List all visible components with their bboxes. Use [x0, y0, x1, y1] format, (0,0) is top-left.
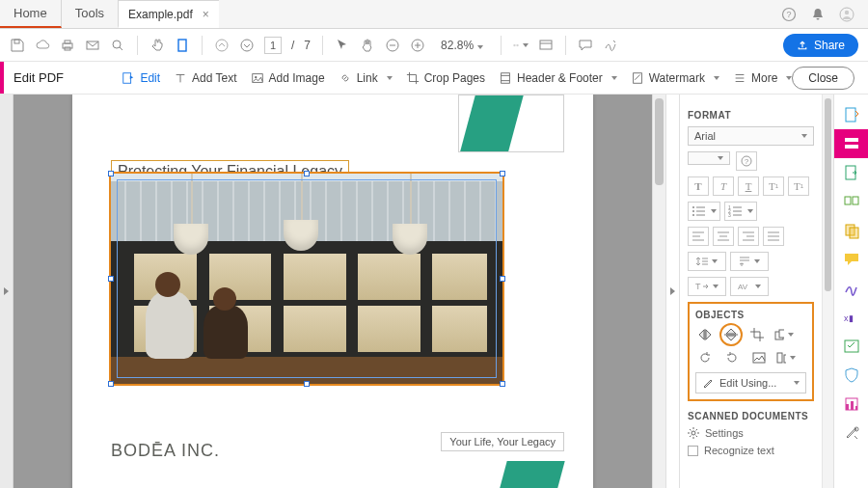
rotate-ccw-icon[interactable] — [695, 349, 715, 366]
rotate-cw-icon[interactable] — [722, 349, 742, 366]
close-tab-icon[interactable]: × — [203, 8, 209, 21]
rail-create-pdf-icon[interactable] — [834, 100, 869, 129]
cloud-icon[interactable] — [35, 38, 50, 53]
edit-using-dropdown[interactable]: Edit Using... — [695, 372, 806, 393]
rail-fill-sign-icon[interactable] — [834, 274, 869, 303]
rail-comment-icon[interactable] — [834, 245, 869, 274]
replace-image-icon[interactable] — [749, 349, 769, 366]
superscript-button[interactable]: T1 — [763, 176, 784, 196]
selected-image[interactable] — [109, 172, 504, 386]
objects-section-title: OBJECTS — [695, 310, 806, 320]
align-left-button[interactable] — [688, 227, 709, 246]
svg-point-11 — [216, 40, 228, 51]
font-size-dropdown[interactable] — [688, 151, 730, 165]
document-canvas[interactable]: Protecting Your Financial Legacy — [14, 95, 652, 488]
line-spacing-dropdown[interactable] — [688, 252, 726, 271]
company-name[interactable]: BODĒA INC. — [111, 441, 220, 461]
horizontal-scale-dropdown[interactable]: T — [688, 277, 726, 296]
page-current-input[interactable]: 1 — [264, 37, 282, 54]
rail-prepare-form-icon[interactable] — [834, 332, 869, 361]
sign-icon[interactable] — [603, 38, 618, 53]
close-button[interactable]: Close — [792, 67, 854, 90]
search-icon[interactable] — [110, 38, 125, 53]
tab-tools[interactable]: Tools — [62, 0, 119, 28]
canvas-scrollbar[interactable] — [652, 95, 665, 488]
subscript-button[interactable]: T1 — [788, 176, 809, 196]
main-toolbar: 1 / 7 82.8% Share — [0, 29, 868, 62]
rail-combine-icon[interactable] — [834, 216, 869, 245]
settings-row[interactable]: Settings — [688, 427, 814, 439]
profile-icon[interactable] — [839, 7, 854, 22]
help-icon[interactable]: ? — [781, 7, 797, 22]
mail-icon[interactable] — [85, 38, 100, 53]
number-list-button[interactable]: 123 — [724, 202, 757, 221]
fit-width-icon[interactable] — [513, 38, 529, 53]
right-panel-toggle[interactable] — [665, 95, 679, 488]
read-mode-icon[interactable] — [538, 38, 554, 53]
comment-icon[interactable] — [578, 38, 593, 53]
recognize-text-checkbox[interactable]: Recognize text — [688, 445, 814, 456]
tools-rail: x▮ — [833, 95, 868, 488]
italic-button[interactable]: T — [713, 176, 734, 196]
svg-rect-46 — [845, 340, 858, 352]
share-button[interactable]: Share — [783, 34, 858, 57]
svg-point-3 — [845, 10, 849, 14]
bullet-list-button[interactable] — [688, 202, 720, 221]
zoom-dropdown[interactable]: 82.8% — [435, 37, 489, 54]
tab-document[interactable]: Example.pdf × — [119, 0, 219, 28]
flip-vertical-icon[interactable] — [695, 326, 715, 343]
link-tool[interactable]: Link — [339, 71, 393, 85]
underline-button[interactable]: T — [738, 176, 759, 196]
crop-pages-tool[interactable]: Crop Pages — [406, 71, 485, 85]
rail-export-pdf-icon[interactable] — [834, 158, 869, 187]
touch-icon[interactable] — [149, 38, 165, 53]
hand-icon[interactable] — [360, 38, 375, 53]
add-image-tool[interactable]: Add Image — [251, 71, 325, 85]
watermark-tool[interactable]: Watermark — [631, 71, 719, 85]
rail-organize-icon[interactable] — [834, 187, 869, 216]
crop-object-icon[interactable] — [747, 326, 767, 343]
svg-point-23 — [692, 206, 694, 208]
edit-pdf-toolbar: Edit PDF Edit Add Text Add Image Link Cr… — [0, 62, 868, 95]
tab-home[interactable]: Home — [0, 0, 62, 28]
arrange-icon[interactable] — [774, 326, 794, 343]
svg-rect-4 — [14, 40, 19, 43]
paragraph-spacing-dropdown[interactable] — [730, 252, 769, 271]
bell-icon[interactable] — [810, 7, 826, 22]
page-tagline[interactable]: Your Life, Your Legacy — [441, 432, 564, 451]
selection-icon[interactable] — [335, 38, 350, 53]
rail-optimize-icon[interactable] — [834, 390, 869, 419]
zoom-in-icon[interactable] — [410, 38, 425, 53]
left-panel-toggle[interactable] — [0, 95, 14, 488]
align-center-button[interactable] — [713, 227, 734, 246]
font-dropdown[interactable]: Arial — [688, 126, 814, 146]
align-objects-icon[interactable] — [776, 349, 796, 366]
svg-text:?: ? — [745, 157, 749, 166]
panel-scrollbar[interactable] — [822, 95, 833, 488]
svg-rect-34 — [777, 353, 782, 363]
bold-button[interactable]: T — [688, 176, 709, 196]
rail-edit-pdf-icon[interactable] — [834, 129, 869, 158]
rail-more-tools-icon[interactable] — [834, 419, 869, 447]
header-footer-tool[interactable]: Header & Footer — [499, 71, 617, 85]
svg-rect-39 — [845, 145, 858, 149]
page-display-icon[interactable] — [175, 38, 190, 53]
decorative-shape-top — [458, 95, 564, 152]
color-picker[interactable]: ? — [736, 151, 757, 171]
edit-tool[interactable]: Edit — [122, 71, 160, 85]
more-tool[interactable]: More — [733, 71, 792, 85]
add-text-tool[interactable]: Add Text — [174, 71, 236, 85]
save-icon[interactable] — [10, 38, 25, 53]
rail-redact-icon[interactable]: x▮ — [834, 303, 869, 332]
svg-rect-44 — [850, 228, 858, 238]
align-justify-button[interactable] — [763, 227, 784, 246]
page-up-icon[interactable] — [214, 38, 230, 53]
zoom-out-icon[interactable] — [385, 38, 400, 53]
svg-text:3: 3 — [728, 212, 731, 217]
page-down-icon[interactable] — [239, 38, 255, 53]
flip-horizontal-icon[interactable] — [719, 323, 743, 346]
align-right-button[interactable] — [738, 227, 759, 246]
char-spacing-dropdown[interactable]: AV — [730, 277, 769, 296]
print-icon[interactable] — [60, 38, 75, 53]
rail-protect-icon[interactable] — [834, 361, 869, 390]
